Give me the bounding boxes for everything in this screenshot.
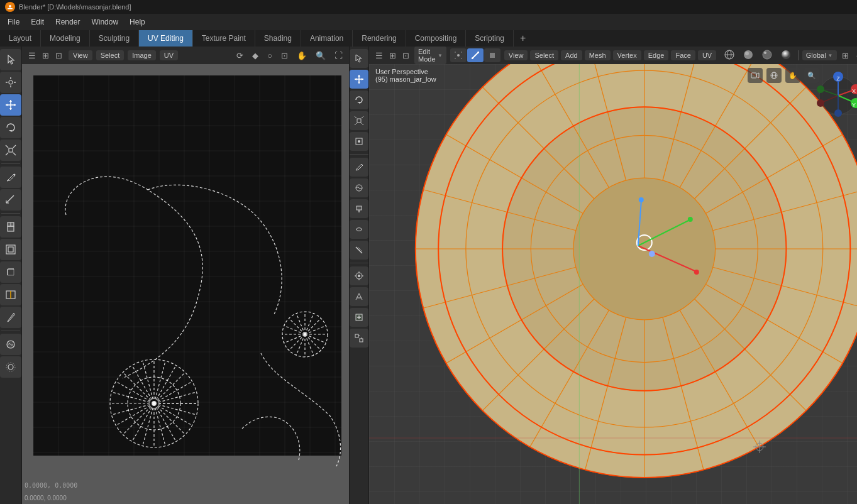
inset-btn[interactable] [0, 239, 21, 260]
extrude-btn[interactable] [0, 216, 21, 238]
tab-texture-paint[interactable]: Texture Paint [193, 30, 255, 47]
tab-sculpting[interactable]: Sculpting [90, 30, 139, 47]
vp-grid-icon[interactable]: ⊞ [387, 50, 399, 62]
uv-canvas[interactable]: 0.0000, 0.0000 [22, 64, 349, 504]
vp-uv-menu[interactable]: UV [698, 50, 716, 60]
svg-marker-39 [362, 78, 363, 80]
ct-relax-btn[interactable] [350, 178, 368, 197]
ct-annotate-btn[interactable] [350, 158, 368, 177]
uv-grid-icon[interactable]: ⊞ [40, 50, 52, 62]
blender-logo-icon[interactable] [5, 2, 15, 12]
svg-line-42 [355, 116, 357, 118]
scale-btn[interactable] [0, 140, 21, 161]
uv-viewport: ☰ ⊞ ⊡ View Select Image UV ⟳ ◆ ○ ⊡ ✋ 🔍 ⛶… [22, 47, 349, 504]
measure-btn[interactable] [0, 189, 21, 211]
ct-rip-btn[interactable] [350, 241, 368, 260]
uv-snap-btn[interactable]: ⊡ [279, 50, 290, 62]
vp-overlay-btn[interactable]: ⊞ [839, 50, 851, 62]
uv-coordinates: 0.0000, 0.0000 [25, 495, 67, 501]
ct-transform-btn[interactable] [350, 132, 368, 151]
vp-shading-solid-btn[interactable] [740, 48, 756, 63]
vp-shading-material-btn[interactable] [759, 48, 775, 63]
vp-snap-icon[interactable]: ⊡ [400, 50, 412, 62]
tab-modeling[interactable]: Modeling [41, 30, 90, 47]
tab-scripting[interactable]: Scripting [466, 30, 514, 47]
vertex-mode-btn[interactable] [450, 48, 467, 62]
left-toolbar [0, 47, 22, 504]
tab-layout[interactable]: Layout [0, 30, 41, 47]
svg-point-1 [9, 5, 11, 8]
cursor-tool-btn[interactable] [0, 49, 21, 70]
svg-point-104 [834, 109, 842, 117]
vp-gizmo-btn[interactable]: ◑ [854, 50, 857, 62]
vp-add-menu[interactable]: Add [561, 50, 582, 60]
add-workspace-button[interactable]: + [514, 30, 532, 47]
axis-gizmo[interactable]: X Y Z [813, 70, 857, 121]
menu-file[interactable]: File [3, 16, 25, 28]
vp-face-menu[interactable]: Face [671, 50, 695, 60]
ct-rotate-btn[interactable] [350, 90, 368, 109]
menu-edit[interactable]: Edit [26, 16, 49, 28]
shrink-fatten-btn[interactable] [0, 356, 21, 378]
move-cursor-btn[interactable] [0, 72, 21, 93]
edge-mode-btn[interactable] [467, 48, 484, 62]
vp-mesh-menu[interactable]: Mesh [585, 50, 611, 60]
uv-image-menu[interactable]: Image [128, 50, 156, 60]
rotate-btn[interactable] [0, 117, 21, 138]
uv-sync-btn[interactable]: ⟳ [234, 50, 246, 62]
menu-help[interactable]: Help [124, 16, 150, 28]
uv-fullscreen-btn[interactable]: ⛶ [332, 50, 345, 62]
uv-select-menu[interactable]: Select [96, 50, 124, 60]
uv-hand-btn[interactable]: ✋ [294, 50, 309, 62]
tab-animation[interactable]: Animation [301, 30, 353, 47]
ct-move-btn[interactable] [350, 70, 368, 89]
loop-cut-btn[interactable] [0, 284, 21, 305]
uv-menu-icon[interactable]: ☰ [26, 50, 38, 62]
uv-overlay-icon[interactable]: ⊡ [53, 50, 65, 62]
edit-mode-dropdown[interactable]: Edit Mode ▼ [414, 47, 446, 64]
smooth-btn[interactable] [0, 334, 21, 355]
knife-btn[interactable] [0, 307, 21, 328]
menu-window[interactable]: Window [86, 16, 123, 28]
nav-pan-btn[interactable]: ✋ [785, 68, 800, 83]
ct-scale-btn[interactable] [350, 111, 368, 130]
grab-move-btn[interactable] [0, 94, 21, 116]
svg-rect-74 [490, 53, 495, 58]
vp-vertex-menu[interactable]: Vertex [613, 50, 641, 60]
vp-menu-icon[interactable]: ☰ [373, 50, 385, 62]
uv-proportional-btn[interactable]: ○ [265, 50, 275, 62]
uv-zoom-btn[interactable]: 🔍 [313, 50, 328, 62]
vp-select-menu[interactable]: Select [530, 50, 558, 60]
vp-view-menu[interactable]: View [504, 50, 528, 60]
tab-compositing[interactable]: Compositing [406, 30, 467, 47]
vp-shading-rendered-btn[interactable] [778, 48, 794, 63]
face-mode-btn[interactable] [484, 48, 500, 62]
svg-text:Y: Y [852, 102, 856, 108]
uv-uv-menu[interactable]: UV [160, 50, 178, 60]
tab-uv-editing[interactable]: UV Editing [139, 30, 193, 47]
nav-orbit-btn[interactable] [766, 68, 782, 83]
viewport-header: ☰ ⊞ ⊡ Edit Mode ▼ [369, 47, 857, 64]
uv-pivot-btn[interactable]: ◆ [250, 50, 261, 62]
vp-shading-wire-btn[interactable] [721, 48, 738, 63]
nav-camera-btn[interactable] [748, 68, 763, 83]
ct-stitch-btn[interactable] [350, 220, 368, 239]
annotate-btn[interactable] [0, 167, 21, 188]
ct-add-btn[interactable] [350, 308, 368, 327]
viewport-global-dropdown[interactable]: Global ▼ [802, 50, 837, 60]
ct-select-btn[interactable] [350, 49, 368, 68]
viewport-canvas[interactable]: User Perspective (95) mason_jar_low [369, 64, 857, 504]
ct-seam-btn[interactable] [350, 287, 368, 306]
bevel-btn[interactable] [0, 261, 21, 283]
svg-text:Z: Z [836, 75, 840, 82]
menu-render[interactable]: Render [50, 16, 85, 28]
vp-edge-menu[interactable]: Edge [644, 50, 669, 60]
vp-sep1 [798, 50, 799, 60]
svg-point-70 [461, 58, 462, 59]
tab-shading[interactable]: Shading [255, 30, 301, 47]
uv-view-menu[interactable]: View [69, 50, 92, 60]
ct-snap-toggle-btn[interactable] [350, 266, 368, 285]
ct-transform2-btn[interactable] [350, 329, 368, 348]
tab-rendering[interactable]: Rendering [353, 30, 406, 47]
ct-pin-btn[interactable] [350, 199, 368, 218]
